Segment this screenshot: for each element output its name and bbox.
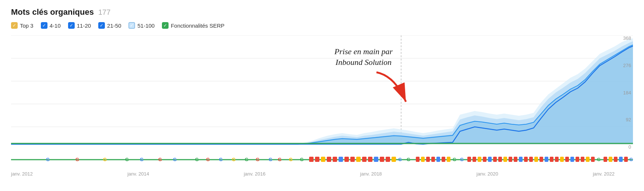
legend-51-100[interactable]: ✓ 51-100 — [128, 22, 155, 29]
legend-top3-label: Top 3 — [20, 22, 33, 29]
svg-text:G: G — [46, 157, 50, 162]
svg-rect-42 — [416, 157, 420, 162]
arrow-svg — [365, 69, 424, 117]
x-label-2016: janv. 2016 — [244, 171, 265, 177]
svg-rect-31 — [344, 157, 349, 162]
svg-rect-30 — [339, 157, 343, 162]
x-label-2014: janv. 2014 — [127, 171, 149, 177]
svg-rect-36 — [374, 157, 378, 162]
svg-text:G: G — [453, 157, 456, 162]
svg-rect-80 — [619, 157, 623, 162]
svg-rect-77 — [604, 157, 607, 162]
legend-21-50[interactable]: ✓ 21-50 — [98, 22, 121, 29]
svg-rect-72 — [576, 157, 579, 162]
legend-51-100-label: 51-100 — [137, 22, 155, 29]
svg-rect-46 — [436, 157, 440, 162]
svg-rect-52 — [473, 157, 476, 162]
legend-serp[interactable]: ✓ Fonctionnalités SERP — [162, 22, 224, 29]
y-label-368: 368 — [623, 35, 631, 41]
svg-rect-27 — [321, 157, 325, 162]
legend-4-10[interactable]: ✓ 4-10 — [41, 22, 61, 29]
y-label-0: 0 — [629, 144, 631, 150]
svg-rect-69 — [560, 157, 564, 162]
svg-rect-53 — [478, 157, 481, 162]
checkbox-11-20[interactable]: ✓ — [68, 22, 75, 29]
svg-rect-65 — [539, 157, 543, 162]
svg-text:G: G — [206, 157, 210, 162]
svg-rect-57 — [498, 157, 502, 162]
chart-container: G G G G G G G G G G G G G G G G G — [11, 35, 633, 168]
svg-rect-33 — [356, 157, 361, 162]
svg-rect-73 — [581, 157, 584, 162]
svg-rect-71 — [570, 157, 574, 162]
svg-rect-28 — [327, 157, 331, 162]
svg-rect-51 — [467, 157, 471, 162]
annotation-text: Prise en main par Inbound Solution — [335, 46, 393, 67]
svg-rect-58 — [503, 157, 507, 162]
checkbox-serp[interactable]: ✓ — [162, 22, 169, 29]
svg-rect-54 — [483, 157, 486, 162]
svg-text:G: G — [173, 157, 177, 162]
page-title: Mots clés organiques — [11, 7, 94, 17]
svg-rect-32 — [350, 157, 355, 162]
y-label-276: 276 — [623, 63, 631, 68]
svg-rect-60 — [514, 157, 517, 162]
svg-rect-35 — [368, 157, 372, 162]
legend-11-20[interactable]: ✓ 11-20 — [68, 22, 91, 29]
checkbox-51-100[interactable]: ✓ — [128, 22, 135, 29]
x-label-2020: janv. 2020 — [477, 171, 498, 177]
svg-rect-26 — [315, 157, 319, 162]
svg-text:G: G — [256, 157, 259, 162]
serp-icons-svg: G G G G G G G G G G G G G G G G G — [11, 155, 633, 163]
legend-21-50-label: 21-50 — [107, 22, 121, 29]
keyword-count: 177 — [98, 8, 110, 17]
svg-text:G: G — [140, 157, 144, 162]
svg-text:G: G — [125, 157, 129, 162]
svg-text:G: G — [75, 157, 79, 162]
checkbox-4-10[interactable]: ✓ — [41, 22, 47, 29]
svg-text:G: G — [597, 157, 601, 162]
svg-text:G: G — [300, 157, 304, 162]
svg-rect-67 — [550, 157, 553, 162]
chart-svg — [11, 35, 633, 150]
svg-text:G: G — [629, 157, 633, 162]
svg-rect-64 — [534, 157, 538, 162]
legend-4-10-label: 4-10 — [50, 22, 61, 29]
svg-rect-79 — [614, 157, 618, 162]
svg-rect-37 — [380, 157, 384, 162]
svg-text:G: G — [103, 157, 107, 162]
svg-rect-43 — [421, 157, 425, 162]
svg-rect-34 — [362, 157, 367, 162]
svg-text:G: G — [407, 157, 410, 162]
legend-11-20-label: 11-20 — [77, 22, 91, 29]
x-label-2018: janv. 2018 — [360, 171, 382, 177]
svg-rect-48 — [447, 157, 450, 162]
x-label-2022: janv. 2022 — [593, 171, 615, 177]
svg-rect-29 — [333, 157, 337, 162]
y-label-92: 92 — [626, 117, 631, 122]
header: Mots clés organiques 177 — [11, 7, 633, 17]
svg-rect-62 — [524, 157, 528, 162]
legend: ✓ Top 3 ✓ 4-10 ✓ 11-20 ✓ 21-50 ✓ 51-100 … — [11, 22, 633, 29]
serp-icons-row: G G G G G G G G G G G G G G G G G — [11, 155, 633, 163]
svg-rect-75 — [591, 157, 595, 162]
svg-text:G: G — [195, 157, 199, 162]
svg-rect-56 — [493, 157, 497, 162]
checkbox-21-50[interactable]: ✓ — [98, 22, 105, 29]
svg-text:G: G — [232, 157, 236, 162]
x-label-2012: janv. 2012 — [11, 171, 33, 177]
y-label-184: 184 — [623, 90, 631, 96]
svg-text:G: G — [289, 157, 293, 162]
svg-rect-74 — [586, 157, 590, 162]
legend-top3[interactable]: ✓ Top 3 — [11, 22, 33, 29]
legend-serp-label: Fonctionnalités SERP — [171, 22, 224, 29]
svg-rect-38 — [386, 157, 390, 162]
svg-rect-55 — [488, 157, 492, 162]
checkbox-top3[interactable]: ✓ — [11, 22, 18, 29]
svg-rect-68 — [555, 157, 559, 162]
svg-rect-63 — [529, 157, 533, 162]
svg-rect-61 — [519, 157, 523, 162]
annotation-line2: Inbound Solution — [336, 58, 392, 67]
svg-text:G: G — [245, 157, 248, 162]
x-axis: janv. 2012 janv. 2014 janv. 2016 janv. 2… — [11, 171, 615, 177]
